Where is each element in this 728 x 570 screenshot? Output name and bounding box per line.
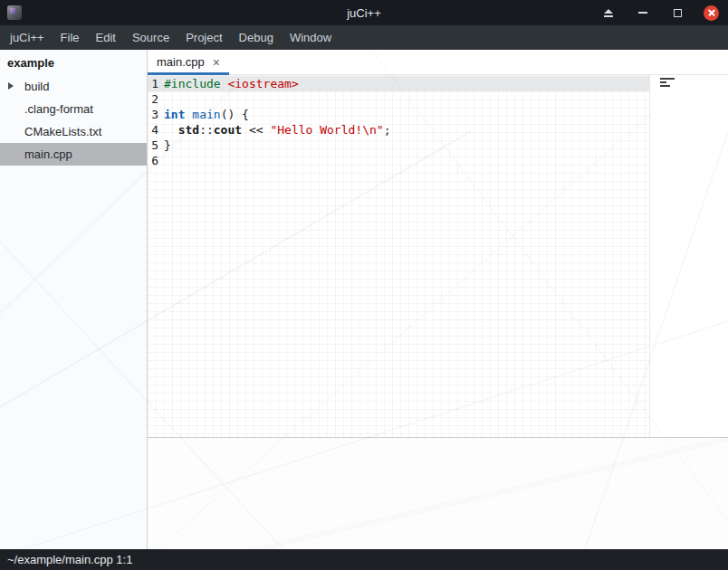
- tree-item-label: CMakeLists.txt: [24, 125, 101, 138]
- line-number: 3: [148, 107, 158, 122]
- code-token: () {: [221, 108, 249, 121]
- juci-window: juCi++ juCi++FileEditSourceProjectDebugW…: [0, 0, 728, 570]
- code-line-2[interactable]: 2: [148, 91, 728, 107]
- close-button[interactable]: [704, 5, 719, 21]
- code-token: int: [164, 108, 185, 121]
- tree-item-clang-format[interactable]: .clang-format: [0, 98, 147, 120]
- main-panel: main.cpp× 1#include <iostream>23int main…: [148, 50, 728, 549]
- menu-item-window[interactable]: Window: [282, 25, 340, 50]
- code-token: [164, 123, 178, 137]
- tab-close-icon[interactable]: ×: [213, 56, 220, 69]
- code-token: std: [178, 123, 199, 137]
- code-token: main: [192, 108, 220, 121]
- code-token: ;: [384, 123, 391, 137]
- minimap[interactable]: [660, 78, 675, 89]
- tab-main-cpp[interactable]: main.cpp×: [148, 50, 229, 74]
- maximize-button[interactable]: [669, 5, 685, 21]
- code-line-4[interactable]: 4 std::cout << "Hello World!\n";: [148, 122, 728, 138]
- status-file-position: ~/example/main.cpp 1:1: [7, 553, 132, 566]
- line-number: 6: [148, 153, 158, 168]
- menu-item-debug[interactable]: Debug: [231, 25, 282, 50]
- titlebar: juCi++: [0, 0, 728, 25]
- code-line-6[interactable]: 6: [148, 153, 728, 168]
- file-tree: build.clang-formatCMakeLists.txtmain.cpp: [0, 75, 147, 166]
- code-token: ::: [199, 123, 214, 137]
- tab-label: main.cpp: [157, 55, 205, 69]
- line-number: 2: [148, 91, 158, 107]
- line-number: 1: [148, 76, 158, 91]
- code-line-1[interactable]: 1#include <iostream>: [148, 76, 728, 91]
- tree-item-build[interactable]: build: [0, 75, 147, 98]
- tabbar: main.cpp×: [148, 50, 728, 75]
- eject-icon: [604, 9, 613, 14]
- content-area: example build.clang-formatCMakeLists.txt…: [0, 50, 728, 549]
- code-text: std::cout << "Hello World!\n";: [164, 122, 390, 138]
- code-line-5[interactable]: 5}: [148, 138, 728, 153]
- menu-item-edit[interactable]: Edit: [88, 25, 124, 50]
- window-controls: [600, 0, 719, 25]
- app-icon: [7, 5, 22, 20]
- project-root-label[interactable]: example: [0, 50, 147, 75]
- code-text: int main() {: [164, 107, 249, 122]
- menu-item-file[interactable]: File: [53, 25, 88, 50]
- menu-item-juci[interactable]: juCi++: [2, 25, 53, 50]
- minimap-mark: [660, 81, 666, 83]
- code-token: <iostream>: [227, 77, 298, 90]
- tree-item-main-cpp[interactable]: main.cpp: [0, 143, 147, 166]
- code-token: cout: [214, 123, 242, 137]
- code-editor[interactable]: 1#include <iostream>23int main() {4 std:…: [148, 75, 728, 437]
- output-pane[interactable]: [148, 438, 728, 549]
- tree-item-label: build: [24, 80, 49, 93]
- shade-button[interactable]: [600, 5, 617, 21]
- minimize-button[interactable]: [635, 5, 651, 21]
- code-token: }: [164, 138, 171, 152]
- code-line-3[interactable]: 3int main() {: [148, 107, 728, 122]
- editor-lines: 1#include <iostream>23int main() {4 std:…: [148, 76, 728, 168]
- code-token: <<: [242, 123, 270, 137]
- minimize-icon: [638, 12, 647, 14]
- line-number: 5: [148, 138, 158, 153]
- code-text: }: [164, 138, 171, 153]
- eject-icon-bar: [604, 15, 613, 17]
- menubar: juCi++FileEditSourceProjectDebugWindow: [0, 25, 728, 50]
- file-tree-panel: example build.clang-formatCMakeLists.txt…: [0, 50, 148, 549]
- code-token: "Hello World!\n": [270, 123, 383, 137]
- statusbar: ~/example/main.cpp 1:1: [0, 549, 728, 570]
- code-text: #include <iostream>: [164, 76, 299, 91]
- maximize-icon: [674, 9, 682, 17]
- tree-item-cmakelists-txt[interactable]: CMakeLists.txt: [0, 120, 147, 143]
- minimap-mark: [660, 78, 675, 80]
- tree-item-label: main.cpp: [24, 147, 72, 161]
- minimap-mark: [660, 85, 670, 87]
- tree-item-label: .clang-format: [24, 102, 93, 116]
- line-number: 4: [148, 122, 158, 138]
- expander-icon[interactable]: [8, 82, 14, 90]
- menu-item-project[interactable]: Project: [177, 25, 230, 50]
- menu-item-source[interactable]: Source: [124, 25, 177, 50]
- code-token: #include: [164, 77, 221, 90]
